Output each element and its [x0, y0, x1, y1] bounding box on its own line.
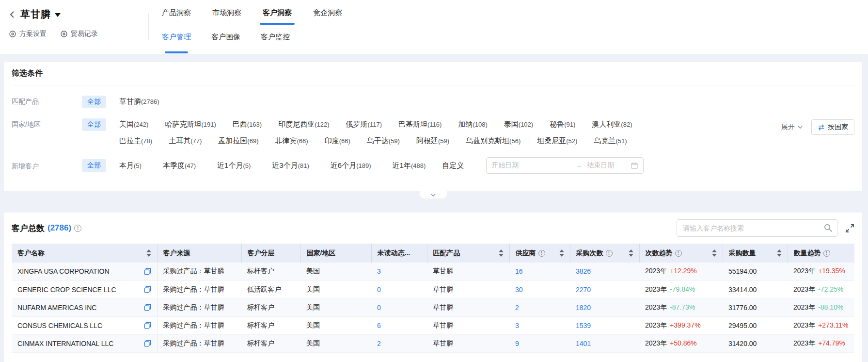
- purchase-count[interactable]: 1539: [570, 316, 639, 334]
- column-header[interactable]: 客户分层: [241, 244, 300, 263]
- region-option[interactable]: 泰国102: [504, 118, 533, 129]
- sort-icon[interactable]: [712, 249, 717, 257]
- purchase-count[interactable]: 1820: [570, 298, 639, 316]
- region-option[interactable]: 加纳108: [458, 118, 487, 129]
- region-option[interactable]: 坦桑尼亚52: [537, 135, 577, 146]
- company-profile-icon[interactable]: [144, 286, 151, 293]
- sort-icon[interactable]: [559, 249, 564, 257]
- sort-icon[interactable]: [777, 249, 782, 257]
- product-option[interactable]: 草甘膦2786: [119, 96, 159, 106]
- column-header[interactable]: 客户来源: [157, 244, 241, 263]
- customer-name[interactable]: GENERIC CROP SCIENCE LLC: [17, 286, 116, 294]
- main-tab[interactable]: 竞企洞察: [313, 0, 342, 24]
- region-option[interactable]: 阿根廷59: [416, 135, 449, 146]
- new-customer-option[interactable]: 近3个月81: [272, 161, 309, 170]
- region-option[interactable]: 乌兹别克斯坦56: [466, 135, 521, 146]
- main-tab[interactable]: 市场洞察: [212, 0, 241, 24]
- customer-name[interactable]: CINMAX INTERNATIONAL LLC: [17, 340, 113, 347]
- filter-all-chip[interactable]: 全部: [82, 96, 106, 108]
- region-option[interactable]: 巴西163: [233, 118, 262, 129]
- table-row[interactable]: CONSUS CHEMICALS LLC 采购过产品：草甘膦 标杆客户 美国 6…: [12, 316, 854, 334]
- supplier-count[interactable]: 9: [509, 334, 570, 352]
- region-option[interactable]: 澳大利亚82: [592, 118, 632, 129]
- topbar-action[interactable]: 方案设置: [9, 30, 47, 38]
- filter-all-chip[interactable]: 全部: [82, 118, 106, 131]
- start-date-placeholder[interactable]: 开始日期: [491, 161, 570, 170]
- fullscreen-icon[interactable]: [845, 224, 854, 233]
- region-option[interactable]: 巴基斯坦116: [398, 118, 442, 129]
- search-input[interactable]: [677, 219, 837, 237]
- column-header[interactable]: 次数趋势: [639, 244, 723, 263]
- page-title[interactable]: 草甘膦: [20, 8, 51, 21]
- company-profile-icon[interactable]: [144, 304, 151, 311]
- expand-toggle[interactable]: 展开: [781, 123, 804, 132]
- region-option[interactable]: 土耳其77: [169, 135, 202, 146]
- topbar-action[interactable]: 贸易记录: [60, 30, 98, 38]
- main-tab[interactable]: 客户洞察: [263, 0, 292, 24]
- new-customer-option[interactable]: 近6个月189: [331, 161, 371, 170]
- table-row[interactable]: NUFARM AMERICAS INC 采购过产品：草甘膦 标杆客户 美国 0 …: [12, 298, 854, 316]
- search-icon[interactable]: [823, 223, 833, 232]
- custom-range-option[interactable]: 自定义: [442, 161, 464, 170]
- info-icon[interactable]: [538, 250, 545, 257]
- collapse-panel-button[interactable]: [420, 191, 447, 198]
- sub-tab[interactable]: 客户画像: [211, 24, 240, 53]
- table-row[interactable]: GENERIC CROP SCIENCE LLC 采购过产品：草甘膦 低活跃客户…: [12, 280, 854, 298]
- new-customer-option[interactable]: 本月5: [119, 161, 142, 170]
- purchase-count[interactable]: 1401: [570, 334, 639, 352]
- table-row[interactable]: CINMAX INTERNATIONAL LLC 采购过产品：草甘膦 标杆客户 …: [12, 334, 854, 352]
- info-icon[interactable]: [74, 225, 81, 232]
- unread-updates[interactable]: 0: [371, 298, 427, 316]
- sort-icon[interactable]: [629, 249, 633, 257]
- region-option[interactable]: 乌干达59: [367, 135, 400, 146]
- unread-updates[interactable]: 0: [371, 280, 427, 298]
- region-option[interactable]: 俄罗斯117: [346, 118, 382, 129]
- end-date-placeholder[interactable]: 结束日期: [587, 161, 626, 170]
- region-option[interactable]: 美国242: [119, 118, 148, 129]
- region-option[interactable]: 哈萨克斯坦191: [165, 118, 216, 129]
- info-icon[interactable]: [823, 250, 830, 257]
- purchase-count[interactable]: 2270: [570, 280, 639, 298]
- company-profile-icon[interactable]: [144, 340, 151, 347]
- sort-icon[interactable]: [146, 249, 151, 257]
- customer-name[interactable]: CONSUS CHEMICALS LLC: [17, 322, 102, 329]
- column-header[interactable]: 采购数量: [723, 244, 788, 263]
- region-option[interactable]: 乌克兰51: [594, 135, 627, 146]
- region-option[interactable]: 菲律宾66: [275, 135, 308, 146]
- unread-updates[interactable]: 2: [371, 334, 427, 352]
- title-dropdown-icon[interactable]: [55, 13, 61, 17]
- supplier-count[interactable]: 30: [509, 280, 570, 298]
- new-customer-option[interactable]: 本季度47: [163, 161, 196, 170]
- column-header[interactable]: 客户名称: [12, 244, 157, 263]
- region-option[interactable]: 巴拉圭78: [119, 135, 152, 146]
- date-range-picker[interactable]: 开始日期 → 结束日期: [486, 157, 644, 174]
- new-customer-option[interactable]: 近1个月5: [217, 161, 251, 170]
- customer-name[interactable]: XINGFA USA CORPORATION: [17, 267, 110, 275]
- region-option[interactable]: 印度尼西亚122: [278, 118, 329, 129]
- info-icon[interactable]: [675, 250, 682, 257]
- sub-tab[interactable]: 客户监控: [261, 24, 290, 53]
- supplier-count[interactable]: 3: [509, 316, 570, 334]
- main-tab[interactable]: 产品洞察: [162, 0, 191, 24]
- customer-name[interactable]: NUFARM AMERICAS INC: [17, 304, 96, 312]
- sub-tab[interactable]: 客户管理: [162, 24, 191, 53]
- column-header[interactable]: 数量趋势: [788, 244, 854, 263]
- supplier-count[interactable]: 16: [509, 263, 570, 280]
- company-profile-icon[interactable]: [144, 322, 151, 329]
- region-option[interactable]: 孟加拉国69: [218, 135, 258, 146]
- info-icon[interactable]: [606, 250, 613, 257]
- column-header[interactable]: 采购次数: [570, 244, 639, 263]
- column-header[interactable]: 未读动态...: [371, 244, 427, 263]
- new-customer-option[interactable]: 近1年488: [393, 161, 426, 170]
- supplier-count[interactable]: 2: [509, 298, 570, 316]
- unread-updates[interactable]: 3: [371, 263, 427, 280]
- column-header[interactable]: 国家/地区: [300, 244, 371, 263]
- unread-updates[interactable]: 6: [371, 316, 427, 334]
- by-country-button[interactable]: 按国家: [811, 119, 854, 135]
- sort-icon[interactable]: [499, 249, 504, 257]
- table-row[interactable]: XINGFA USA CORPORATION 采购过产品：草甘膦 标杆客户 美国…: [12, 263, 854, 280]
- region-option[interactable]: 秘鲁91: [550, 118, 575, 129]
- back-icon[interactable]: [9, 11, 16, 18]
- column-header[interactable]: 供应商: [509, 244, 570, 263]
- company-profile-icon[interactable]: [144, 268, 151, 275]
